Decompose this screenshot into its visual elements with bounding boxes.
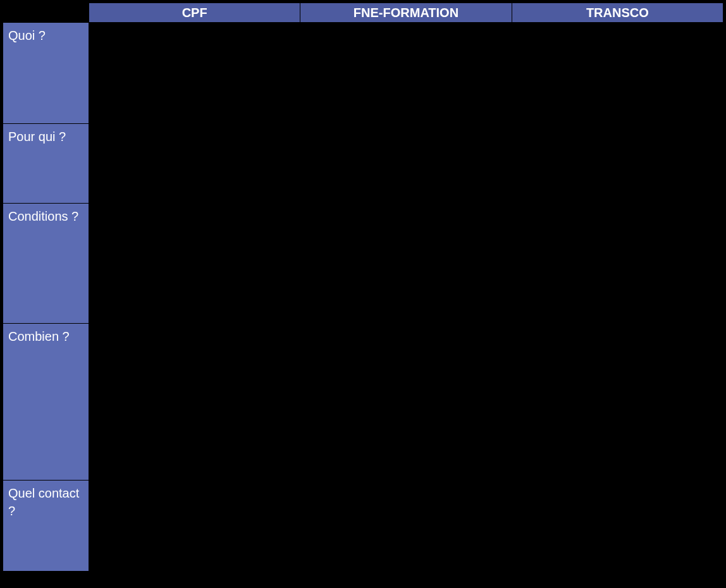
cell-conditions-cpf (89, 204, 300, 324)
cell-quoi-cpf (89, 23, 300, 124)
col-header-fne: FNE-FORMATION (300, 3, 512, 23)
cell-combien-fne (300, 324, 512, 481)
comparison-table: CPF FNE-FORMATION TRANSCO Quoi ? Pour qu… (3, 3, 723, 572)
cell-combien-cpf (89, 324, 300, 481)
row-header-pourqui: Pour qui ? (3, 124, 89, 204)
cell-quoi-fne (300, 23, 512, 124)
row-pourqui: Pour qui ? (3, 124, 723, 204)
header-row: CPF FNE-FORMATION TRANSCO (3, 3, 723, 23)
row-header-quoi: Quoi ? (3, 23, 89, 124)
row-quoi: Quoi ? (3, 23, 723, 124)
col-header-cpf: CPF (89, 3, 300, 23)
row-header-combien: Combien ? (3, 324, 89, 481)
cell-conditions-fne (300, 204, 512, 324)
col-header-transco: TRANSCO (512, 3, 723, 23)
cell-quoi-transco (512, 23, 723, 124)
cell-pourqui-fne (300, 124, 512, 204)
cell-pourqui-transco (512, 124, 723, 204)
row-header-contact: Quel contact ? (3, 481, 89, 572)
row-contact: Quel contact ? (3, 481, 723, 572)
cell-contact-transco (512, 481, 723, 572)
cell-contact-cpf (89, 481, 300, 572)
cell-combien-transco (512, 324, 723, 481)
row-combien: Combien ? (3, 324, 723, 481)
row-conditions: Conditions ? (3, 204, 723, 324)
cell-conditions-transco (512, 204, 723, 324)
corner-cell (3, 3, 89, 23)
cell-contact-fne (300, 481, 512, 572)
row-header-conditions: Conditions ? (3, 204, 89, 324)
cell-pourqui-cpf (89, 124, 300, 204)
